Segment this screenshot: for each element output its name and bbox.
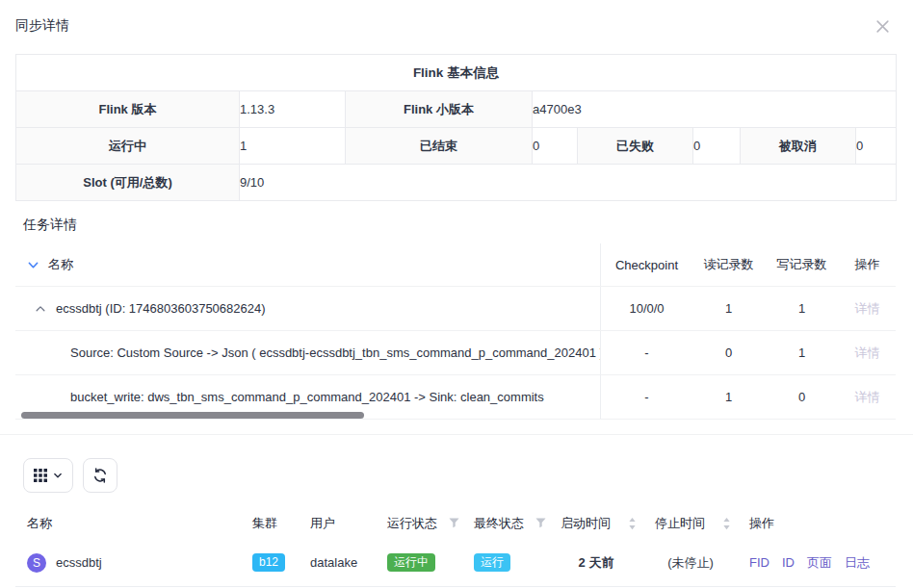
task-row-detail-link[interactable]: 详情 [839,389,896,406]
task-col-actions: 操作 [839,256,896,273]
jobs-col-stop-time: 停止时间 [643,515,738,532]
flink-info-title: Flink 基本信息 [16,55,897,91]
task-row-write: 1 [765,345,839,360]
jobs-col-start-time: 启动时间 [549,515,643,532]
run-status-badge: 运行中 [387,553,435,572]
failed-label: 已失败 [578,128,693,165]
job-stop-time: (未停止) [667,554,714,572]
task-row-write: 1 [765,301,839,316]
page-title: 同步详情 [15,17,69,35]
running-label: 运行中 [16,128,240,165]
slot-label: Slot (可用/总数) [16,165,240,201]
jobs-col-final-status: 最终状态 [462,515,549,532]
task-col-checkpoint: Checkpoint [601,258,692,272]
jobs-col-run-status: 运行状态 [376,515,462,532]
canceled-value: 0 [856,128,897,165]
task-row-checkpoint: 10/0/0 [601,301,692,316]
drawer-header: 同步详情 [0,0,913,35]
task-row-read: 0 [692,345,765,360]
horizontal-scrollbar-thumb[interactable] [21,412,364,419]
avatar: S [27,553,46,573]
task-row-root: ecssdbtj (ID: 1746803603750682624) 10/0/… [15,287,896,331]
fid-link[interactable]: FID [749,555,770,570]
job-name: ecssdbtj [56,555,102,570]
jobs-toolbar [23,458,913,493]
refresh-button[interactable] [83,458,117,493]
task-row-checkpoint: - [601,390,692,404]
jobs-col-cluster: 集群 [241,515,299,532]
finished-value: 0 [533,128,578,165]
collapse-row-chevron-up-icon[interactable] [35,303,46,315]
expand-all-chevron-down-icon[interactable] [27,259,39,271]
task-row-detail-link[interactable]: 详情 [839,300,896,318]
jobs-table-header: 名称 集群 用户 运行状态 最终状态 启动时间 停止时间 操作 [15,507,896,539]
jobs-col-user: 用户 [299,515,376,532]
final-status-badge: 运行 [474,553,510,572]
task-row-checkpoint: - [601,345,692,360]
task-table-header: 名称 Checkpoint 读记录数 写记录数 操作 [15,243,896,287]
filter-funnel-icon[interactable] [535,518,546,528]
job-user: datalake [310,555,357,570]
task-row-read: 1 [692,301,765,316]
task-row-name: Source: Custom Source -> Json ( ecssdbtj… [70,345,600,360]
section-divider [0,434,913,435]
column-settings-button[interactable] [23,458,73,493]
flink-info-table: Flink 基本信息 Flink 版本 1.13.3 Flink 小版本 a47… [15,54,897,201]
flink-version-value: 1.13.3 [240,91,346,128]
cluster-tag: b12 [252,553,285,572]
task-row-name: bucket_write: dws_tbn_sms_command_p_comm… [70,390,544,404]
grid-icon [34,469,47,482]
page-link[interactable]: 页面 [807,554,832,572]
task-col-name: 名称 [48,256,73,273]
sorter-carets-icon[interactable] [722,517,731,530]
task-col-write: 写记录数 [765,256,839,273]
refresh-icon [92,468,108,483]
task-row-write: 0 [765,390,839,404]
jobs-col-actions: 操作 [738,515,896,532]
finished-label: 已结束 [346,128,533,165]
close-icon[interactable] [874,18,890,34]
task-col-read: 读记录数 [692,256,765,273]
horizontal-scrollbar-track [15,411,600,420]
failed-value: 0 [693,128,741,165]
id-link[interactable]: ID [782,555,795,570]
filter-funnel-icon[interactable] [449,518,459,528]
flink-minor-version-value: a4700e3 [533,91,897,128]
flink-version-label: Flink 版本 [16,91,240,128]
log-link[interactable]: 日志 [845,554,870,572]
task-section-title: 任务详情 [23,217,913,234]
canceled-label: 被取消 [741,128,856,165]
job-row: S ecssdbtj b12 datalake 运行中 运行 2 天前 (未停止… [15,539,896,587]
running-value: 1 [240,128,346,165]
task-row-source: Source: Custom Source -> Json ( ecssdbtj… [15,331,896,375]
flink-minor-version-label: Flink 小版本 [346,91,533,128]
jobs-table: 名称 集群 用户 运行状态 最终状态 启动时间 停止时间 操作 [15,507,896,587]
task-row-detail-link[interactable]: 详情 [839,345,896,362]
task-row-name: ecssdbtj (ID: 1746803603750682624) [56,301,266,316]
jobs-col-name: 名称 [15,515,241,532]
task-row-read: 1 [692,390,765,404]
chevron-down-icon [53,471,63,480]
sorter-carets-icon[interactable] [628,517,637,530]
slot-value: 9/10 [240,165,897,201]
task-table: 名称 Checkpoint 读记录数 写记录数 操作 ecssdbtj (ID:… [15,243,896,420]
job-start-time: 2 天前 [579,554,614,572]
